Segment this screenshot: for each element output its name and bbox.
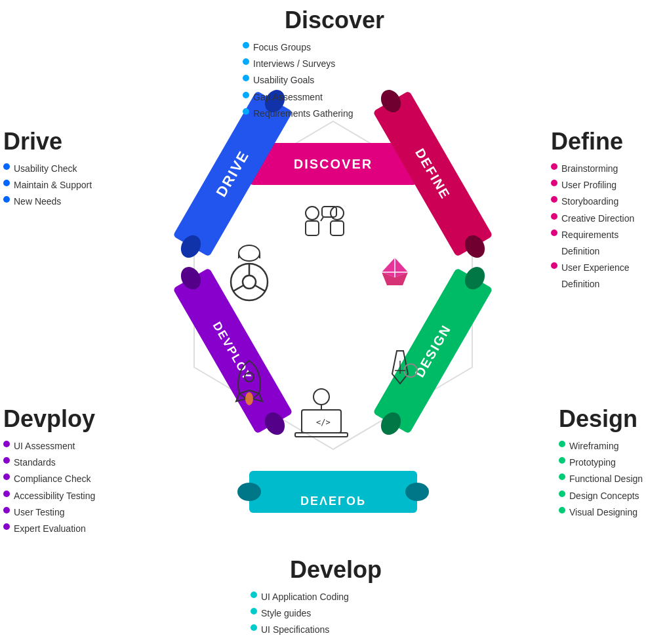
define-dot-6: [551, 262, 557, 269]
develop-item-3: UI Specifications: [251, 622, 421, 638]
develop-list: UI Application Coding Style guides UI Sp…: [251, 589, 421, 639]
drive-item-2: Maintain & Support: [3, 177, 92, 193]
design-dot-3: [559, 473, 565, 480]
discover-dot-5: [243, 108, 249, 115]
design-dot-1: [559, 441, 565, 447]
devploy-list: UI Assessment Standards Compliance Check…: [3, 438, 95, 537]
design-dot-5: [559, 507, 565, 513]
define-title: Define: [551, 128, 656, 155]
define-item-3: Storyboarding: [551, 193, 656, 210]
define-dot-3: [551, 196, 557, 203]
develop-item-1: UI Application Coding: [251, 589, 421, 605]
drive-item-1: Usability Check: [3, 161, 92, 177]
drive-item-3: New Needs: [3, 193, 92, 210]
svg-text:DISCOVER: DISCOVER: [294, 157, 373, 171]
design-section: Design Wireframing Prototyping Functiona…: [559, 405, 643, 521]
svg-rect-26: [306, 221, 319, 235]
discover-item-5: Requirements Gathering: [243, 106, 426, 122]
design-title: Design: [559, 405, 643, 433]
define-item-5: Requirements Definition: [551, 227, 656, 260]
devploy-item-4: Accessibility Testing: [3, 488, 95, 504]
discover-item-1: Focus Groups: [243, 39, 426, 56]
svg-rect-27: [322, 207, 336, 217]
drive-dot-3: [3, 196, 10, 203]
develop-title: Develop: [251, 556, 421, 584]
define-section: Define Brainstorming User Profiling Stor…: [551, 128, 656, 293]
discover-item-4: Gap Assessment: [243, 89, 426, 106]
devploy-item-6: Expert Evaluation: [3, 521, 95, 537]
svg-point-25: [306, 207, 319, 220]
define-list: Brainstorming User Profiling Storyboardi…: [551, 161, 656, 293]
devploy-title: Devploy: [3, 405, 95, 433]
define-item-2: User Profiling: [551, 177, 656, 193]
svg-text:</>: </>: [316, 418, 331, 427]
devploy-ribbon: DEVPLOY: [167, 258, 298, 445]
interview-icon: [306, 207, 344, 235]
discover-dot-4: [243, 92, 249, 98]
design-icon: [382, 258, 408, 285]
devploy-item-3: Compliance Check: [3, 471, 95, 487]
svg-line-38: [255, 285, 266, 291]
drive-title: Drive: [3, 128, 92, 155]
develop-dot-3: [251, 624, 257, 631]
discover-dot-1: [243, 42, 249, 49]
develop-section: Develop UI Application Coding Style guid…: [251, 556, 421, 639]
svg-line-39: [233, 285, 244, 291]
svg-point-47: [245, 392, 253, 405]
svg-point-36: [243, 275, 256, 289]
design-item-3: Functional Design: [559, 471, 643, 487]
devploy-section: Devploy UI Assessment Standards Complian…: [3, 405, 95, 537]
discover-dot-3: [243, 75, 249, 81]
devploy-item-1: UI Assessment: [3, 438, 95, 454]
define-dot-1: [551, 163, 557, 170]
design-dot-2: [559, 457, 565, 464]
svg-text:DEVELOP: DEVELOP: [300, 494, 366, 507]
drive-dot-2: [3, 180, 10, 186]
design-dot-4: [559, 491, 565, 497]
drive-icon: [231, 245, 268, 300]
drive-list: Usability Check Maintain & Support New N…: [3, 161, 92, 211]
devploy-dot-6: [3, 523, 10, 530]
devploy-dot-1: [3, 441, 10, 447]
design-item-5: Visual Designing: [559, 504, 643, 521]
develop-ribbon: DEVELOP: [237, 471, 429, 513]
design-ribbon: DESIGN: [367, 258, 498, 445]
discover-list: Focus Groups Interviews / Surveys Usabil…: [243, 39, 426, 122]
discover-item-2: Interviews / Surveys: [243, 56, 426, 72]
svg-rect-30: [331, 221, 344, 235]
svg-point-14: [237, 483, 261, 501]
define-item-6: User Experience Definition: [551, 260, 656, 292]
svg-point-15: [405, 483, 429, 501]
define-item-4: Creative Direction: [551, 211, 656, 227]
design-item-1: Wireframing: [559, 438, 643, 454]
drive-section: Drive Usability Check Maintain & Support…: [3, 128, 92, 211]
discover-dot-2: [243, 58, 249, 65]
devploy-dot-3: [3, 473, 10, 480]
diagram-container: DISCOVER DEFINE DESIGN DEVELOP: [0, 0, 667, 644]
svg-rect-49: [295, 433, 348, 437]
developer-icon: </>: [295, 389, 348, 437]
drive-dot-1: [3, 163, 10, 170]
develop-item-2: Style guides: [251, 605, 421, 622]
svg-line-28: [321, 217, 323, 221]
design-item-2: Prototyping: [559, 454, 643, 471]
discover-section: Discover Focus Groups Interviews / Surve…: [243, 7, 426, 122]
develop-dot-2: [251, 608, 257, 614]
devploy-dot-2: [3, 457, 10, 464]
devploy-dot-4: [3, 491, 10, 497]
define-dot-4: [551, 213, 557, 220]
define-dot-2: [551, 180, 557, 186]
discover-item-3: Usability Goals: [243, 72, 426, 89]
discover-title: Discover: [243, 7, 426, 34]
devploy-item-5: User Testing: [3, 504, 95, 521]
devploy-item-2: Standards: [3, 454, 95, 471]
design-list: Wireframing Prototyping Functional Desig…: [559, 438, 643, 521]
define-item-1: Brainstorming: [551, 161, 656, 177]
define-dot-5: [551, 230, 557, 236]
devploy-dot-5: [3, 507, 10, 513]
design-item-4: Design Concepts: [559, 488, 643, 504]
svg-point-40: [239, 245, 260, 261]
develop-dot-1: [251, 592, 257, 598]
svg-point-50: [313, 389, 329, 405]
